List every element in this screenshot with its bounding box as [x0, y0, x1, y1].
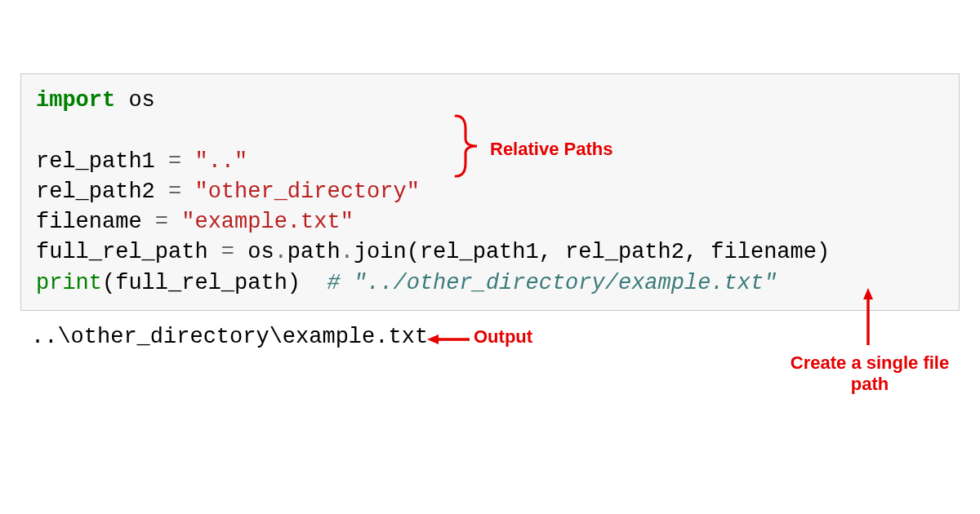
annotation-relative-paths: Relative Paths	[490, 139, 612, 160]
op-assign-3: =	[155, 210, 168, 234]
annotation-single-file-path: Create a single file path	[784, 352, 956, 395]
arrow-left-icon	[427, 333, 471, 346]
var-filename: filename	[36, 210, 155, 234]
annotation-output: Output	[474, 326, 532, 348]
path-ref: path	[287, 240, 341, 264]
var-relpath2: rel_path2	[36, 179, 168, 204]
print-args: (full_rel_path)	[102, 271, 327, 295]
output-text: ..\other_directory\example.txt	[31, 325, 428, 349]
var-fullrelpath: full_rel_path	[36, 240, 221, 264]
join-call: join(rel_path1, rel_path2, filename)	[354, 240, 830, 264]
dot-2: .	[341, 240, 354, 264]
os-ref: os	[234, 240, 274, 264]
comment-result: # "../other_directory/example.txt"	[327, 271, 777, 295]
svg-marker-1	[427, 335, 439, 344]
op-assign-1: =	[168, 149, 181, 174]
str-dotdot: ".."	[181, 149, 247, 174]
op-assign-2: =	[168, 179, 181, 204]
module-os: os	[115, 88, 155, 113]
str-otherdir: "other_directory"	[181, 179, 420, 204]
dot-1: .	[274, 240, 287, 264]
op-assign-4: =	[221, 240, 234, 264]
code-block: import os rel_path1 = ".." rel_path2 = "…	[20, 73, 960, 311]
keyword-import: import	[36, 88, 115, 113]
var-relpath1: rel_path1	[36, 149, 168, 174]
str-example: "example.txt"	[168, 210, 354, 234]
builtin-print: print	[36, 271, 102, 295]
